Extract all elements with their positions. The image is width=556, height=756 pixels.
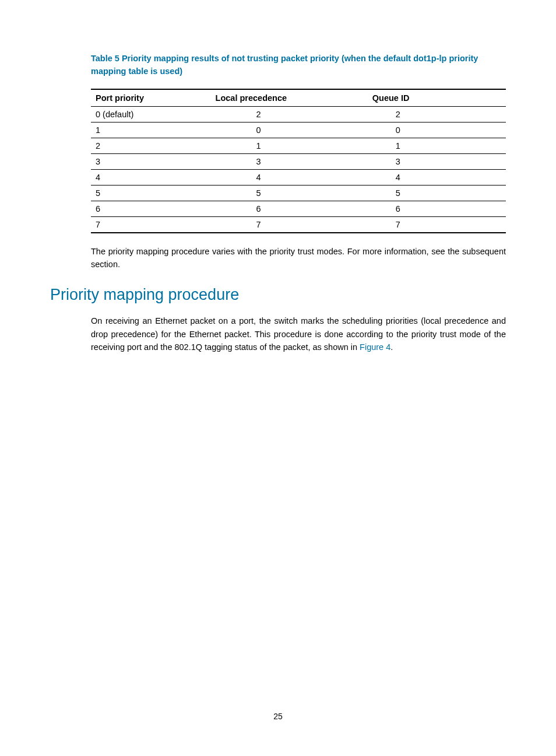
cell-local-precedence: 0 (216, 122, 361, 138)
cell-local-precedence: 7 (216, 216, 361, 233)
cell-local-precedence: 6 (216, 201, 361, 216)
table-row: 7 7 7 (91, 216, 506, 233)
cell-local-precedence: 3 (216, 153, 361, 169)
table-body: 0 (default) 2 2 1 0 0 2 1 1 3 3 3 4 4 4 … (91, 106, 506, 233)
paragraph-text-part2: . (390, 342, 393, 352)
table-row: 2 1 1 (91, 138, 506, 153)
cell-queue-id: 1 (361, 138, 506, 153)
figure-link[interactable]: Figure 4 (360, 342, 390, 352)
paragraph-after-table: The priority mapping procedure varies wi… (91, 245, 506, 271)
cell-local-precedence: 2 (216, 106, 361, 122)
table-caption: Table 5 Priority mapping results of not … (91, 52, 506, 78)
cell-port-priority: 3 (91, 153, 216, 169)
cell-queue-id: 5 (361, 185, 506, 201)
paragraph-body: On receiving an Ethernet packet on a por… (91, 314, 506, 354)
cell-port-priority: 6 (91, 201, 216, 216)
section-heading: Priority mapping procedure (50, 286, 506, 304)
page-number: 25 (0, 712, 556, 721)
cell-local-precedence: 4 (216, 169, 361, 185)
cell-port-priority: 5 (91, 185, 216, 201)
priority-mapping-table: Port priority Local precedence Queue ID … (91, 89, 506, 233)
cell-port-priority: 4 (91, 169, 216, 185)
table-row: 1 0 0 (91, 122, 506, 138)
table-row: 0 (default) 2 2 (91, 106, 506, 122)
header-queue-id: Queue ID (361, 89, 506, 107)
paragraph-text-part1: On receiving an Ethernet packet on a por… (91, 316, 506, 352)
header-local-precedence: Local precedence (216, 89, 361, 107)
cell-queue-id: 0 (361, 122, 506, 138)
table-row: 5 5 5 (91, 185, 506, 201)
table-row: 6 6 6 (91, 201, 506, 216)
table-row: 3 3 3 (91, 153, 506, 169)
table-row: 4 4 4 (91, 169, 506, 185)
cell-queue-id: 6 (361, 201, 506, 216)
cell-queue-id: 7 (361, 216, 506, 233)
cell-queue-id: 2 (361, 106, 506, 122)
header-port-priority: Port priority (91, 89, 216, 107)
cell-port-priority: 1 (91, 122, 216, 138)
cell-port-priority: 7 (91, 216, 216, 233)
cell-queue-id: 3 (361, 153, 506, 169)
cell-port-priority: 0 (default) (91, 106, 216, 122)
cell-queue-id: 4 (361, 169, 506, 185)
cell-local-precedence: 5 (216, 185, 361, 201)
table-header-row: Port priority Local precedence Queue ID (91, 89, 506, 107)
cell-port-priority: 2 (91, 138, 216, 153)
cell-local-precedence: 1 (216, 138, 361, 153)
